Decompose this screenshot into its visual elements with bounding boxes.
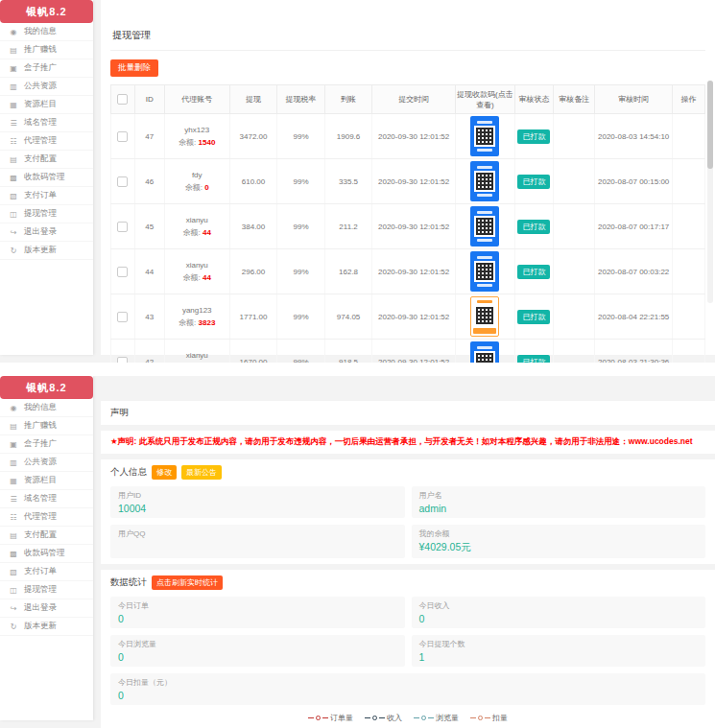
- withdraw-qrcode[interactable]: [470, 161, 499, 201]
- row-checkbox[interactable]: [117, 176, 128, 187]
- withdraw-qrcode[interactable]: [470, 341, 499, 363]
- legend-item[interactable]: 订单量: [308, 713, 353, 723]
- row-select-cell: [111, 340, 135, 364]
- column-header: 操作: [672, 85, 704, 114]
- legend-marker-line: [308, 717, 314, 718]
- pay-config-icon: ▤: [9, 155, 18, 164]
- sidebar-item-update[interactable]: ↻版本更新: [0, 242, 93, 260]
- table-row: 44xianyu余额: 44296.0099%162.82020-09-30 1…: [111, 249, 705, 294]
- legend-marker-circle: [372, 716, 377, 720]
- qr-image: [474, 261, 495, 282]
- qr-caption: [477, 256, 492, 259]
- field-value: 10004: [118, 503, 397, 514]
- withdraw-qrcode[interactable]: [470, 206, 499, 247]
- resource-icon: ▥: [9, 458, 18, 467]
- sidebar-item-order[interactable]: ▧支付订单: [0, 563, 93, 581]
- box-icon: ▣: [9, 440, 18, 449]
- qrcode-cell: [455, 159, 514, 204]
- sidebar-item-agent[interactable]: ☷代理管理: [0, 508, 93, 527]
- sidebar-item-resource[interactable]: ▥公共资源: [0, 454, 93, 472]
- sidebar-item-label: 收款码管理: [24, 172, 65, 183]
- sidebar-item-category[interactable]: ▦资源栏目: [0, 472, 93, 490]
- refresh-stats-button[interactable]: 点击刷新实时统计: [152, 575, 223, 590]
- sidebar-item-user[interactable]: ◉我的信息: [0, 399, 93, 417]
- withdraw-qrcode[interactable]: [470, 251, 499, 292]
- row-checkbox[interactable]: [117, 312, 128, 322]
- sidebar-item-box[interactable]: ▣盒子推广: [0, 59, 93, 78]
- sidebar-item-domain[interactable]: ☰域名管理: [0, 114, 93, 132]
- id-cell: 45: [134, 204, 164, 249]
- row-select-cell: [111, 114, 135, 159]
- legend-label: 扣量: [492, 713, 508, 723]
- sidebar-item-qrcode[interactable]: ▩收款码管理: [0, 169, 93, 187]
- submit-time-cell: 2020-09-30 12:01:52: [372, 294, 456, 340]
- legend-item[interactable]: 收入: [365, 713, 402, 723]
- field-label: 用户QQ: [118, 528, 397, 539]
- sidebar-item-category[interactable]: ▦资源栏目: [0, 96, 93, 114]
- sidebar-item-box[interactable]: ▣盒子推广: [0, 435, 93, 454]
- row-checkbox[interactable]: [117, 267, 128, 277]
- sidebar-item-agent[interactable]: ☷代理管理: [0, 132, 93, 151]
- paid-status-badge: 已打款: [517, 310, 550, 324]
- column-header: ID: [134, 85, 164, 114]
- sidebar-item-qrcode[interactable]: ▩收款码管理: [0, 545, 93, 563]
- table-row: 45xianyu余额: 44384.0099%211.22020-09-30 1…: [111, 204, 705, 249]
- sidebar-item-promo[interactable]: ▤推广赚钱: [0, 417, 93, 435]
- warning-text: ★声明: 此系统只用于发布正规内容，请勿用于发布违规内容，一切后果由运营者承担，…: [110, 436, 705, 448]
- withdraw-qrcode[interactable]: [470, 116, 499, 156]
- qr-caption: [477, 149, 492, 152]
- row-checkbox[interactable]: [117, 222, 128, 232]
- row-checkbox[interactable]: [117, 357, 128, 364]
- sidebar-item-order[interactable]: ▧支付订单: [0, 187, 93, 205]
- statement-title: 声明: [110, 407, 705, 419]
- row-checkbox[interactable]: [117, 131, 128, 142]
- promo-icon: ▤: [9, 422, 18, 431]
- stats-card: 数据统计 点击刷新实时统计 今日订单0今日收入0今日浏览量0今日提现个数1今日扣…: [101, 570, 715, 728]
- amount-cell: 3472.00: [229, 114, 277, 159]
- sidebar-item-promo[interactable]: ▤推广赚钱: [0, 41, 93, 59]
- sidebar-item-logout[interactable]: ↪退出登录: [0, 223, 93, 242]
- agent-icon: ☷: [9, 513, 18, 522]
- sidebar-item-domain[interactable]: ☰域名管理: [0, 490, 93, 508]
- notice-button[interactable]: 最新公告: [181, 465, 222, 480]
- qr-caption: [477, 284, 492, 287]
- rate-cell: 99%: [277, 249, 325, 294]
- field-value: 0: [118, 613, 397, 624]
- category-icon: ▦: [9, 477, 18, 485]
- sidebar-item-logout[interactable]: ↪退出登录: [0, 599, 93, 618]
- sidebar-item-withdraw[interactable]: ◫提现管理: [0, 581, 93, 599]
- sidebar-item-pay-config[interactable]: ▤支付配置: [0, 151, 93, 169]
- legend-item[interactable]: 扣量: [470, 713, 508, 723]
- sidebar-nav: ◉我的信息▤推广赚钱▣盒子推广▥公共资源▦资源栏目☰域名管理☷代理管理▤支付配置…: [0, 399, 93, 636]
- select-all-checkbox[interactable]: [117, 94, 128, 105]
- sidebar-item-update[interactable]: ↻版本更新: [0, 618, 93, 636]
- remark-cell: [554, 294, 595, 340]
- table-scrollbar[interactable]: [707, 81, 713, 303]
- qrcode-icon: ▩: [9, 550, 18, 558]
- legend-marker-circle: [316, 716, 321, 720]
- id-cell: 46: [134, 159, 164, 204]
- qr-pattern: [476, 218, 493, 235]
- sidebar-item-label: 提现管理: [24, 584, 57, 596]
- withdraw-qrcode[interactable]: [470, 296, 499, 337]
- legend-item[interactable]: 浏览量: [414, 713, 459, 723]
- arrive-cell: 974.05: [324, 294, 372, 340]
- logout-icon: ↪: [9, 228, 18, 237]
- edit-button[interactable]: 修改: [152, 465, 177, 480]
- stats-title: 数据统计 点击刷新实时统计: [110, 575, 705, 590]
- sidebar-item-withdraw[interactable]: ◫提现管理: [0, 205, 93, 223]
- profile-card: 个人信息 修改 最新公告 用户ID10004用户名admin用户QQ我的余额¥4…: [101, 459, 715, 564]
- field-value: 0: [419, 613, 699, 624]
- field-box: 我的余额¥4029.05元: [412, 525, 706, 558]
- scrollbar-thumb[interactable]: [707, 81, 713, 169]
- order-icon: ▧: [9, 192, 18, 200]
- update-icon: ↻: [9, 622, 18, 631]
- amount-cell: 384.00: [229, 204, 277, 249]
- sidebar-item-resource[interactable]: ▥公共资源: [0, 78, 93, 96]
- qrcode-icon: ▩: [9, 174, 18, 182]
- sidebar-item-pay-config[interactable]: ▤支付配置: [0, 527, 93, 545]
- sidebar-item-label: 代理管理: [24, 511, 57, 523]
- field-box: 今日提现个数1: [412, 635, 706, 667]
- batch-delete-button[interactable]: 批量删除: [110, 59, 158, 77]
- sidebar-item-user[interactable]: ◉我的信息: [0, 23, 93, 41]
